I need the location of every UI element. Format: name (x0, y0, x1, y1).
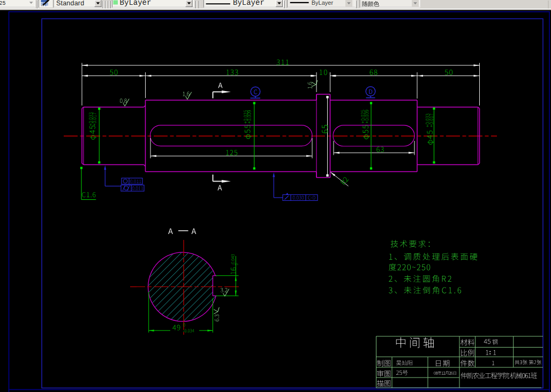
svg-text:ByLayer: ByLayer (312, 0, 334, 6)
svg-text:ByLayer: ByLayer (233, 0, 265, 7)
svg-text:Standard: Standard (56, 0, 84, 7)
svg-text:ByLayer: ByLayer (120, 0, 152, 7)
svg-text:25: 25 (0, 1, 6, 6)
